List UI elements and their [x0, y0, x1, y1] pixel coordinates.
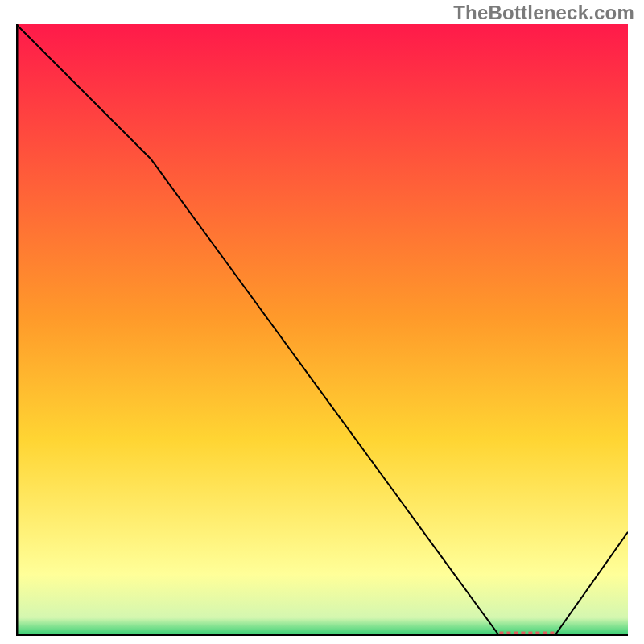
chart-svg — [16, 24, 628, 636]
plot-area — [16, 24, 628, 636]
chart-stage: TheBottleneck.com — [0, 0, 644, 644]
watermark-text: TheBottleneck.com — [453, 2, 634, 24]
